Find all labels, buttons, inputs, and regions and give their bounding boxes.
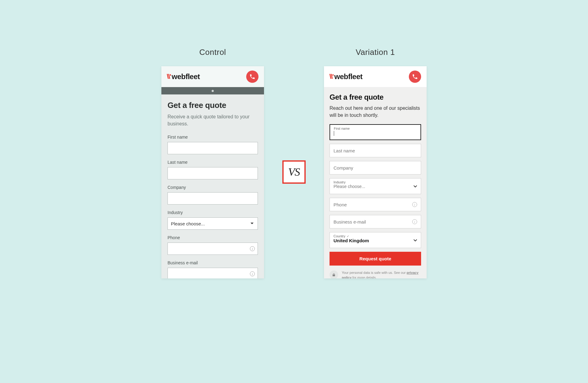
logo-mark-icon: \\': [329, 73, 333, 81]
page-title: Get a free quote: [330, 93, 421, 101]
first-name-label: First name: [334, 127, 350, 130]
info-icon[interactable]: i: [412, 202, 417, 207]
variation-label: Variation 1: [356, 48, 395, 57]
industry-field: Industry Please choose...: [168, 210, 258, 230]
chevron-down-icon: [413, 237, 417, 243]
country-value: United Kingdom: [334, 238, 369, 243]
first-name-label: First name: [168, 135, 258, 140]
info-icon[interactable]: i: [250, 271, 255, 276]
email-field: Business e-mail i: [168, 260, 258, 278]
control-label: Control: [199, 48, 226, 57]
page-title: Get a free quote: [168, 101, 258, 110]
control-screenshot: \\' webfleet Get a free quote Receive a …: [161, 66, 264, 278]
phone-input[interactable]: [168, 243, 258, 255]
privacy-notice: Your personal data is safe with us. See …: [330, 270, 421, 278]
country-label: Country✓: [334, 234, 349, 238]
chevron-down-icon: [413, 183, 417, 189]
first-name-field: First name: [168, 135, 258, 154]
phone-placeholder: Phone: [334, 202, 347, 207]
industry-select[interactable]: Industry Please choose...: [330, 178, 421, 194]
phone-field: Phone i: [168, 235, 258, 255]
page-subtitle: Reach out here and one of our specialist…: [330, 105, 421, 119]
last-name-input[interactable]: [168, 167, 258, 179]
industry-select[interactable]: Please choose...: [168, 217, 258, 230]
vs-separator: VS: [282, 66, 306, 278]
logo-text: webfleet: [334, 72, 362, 81]
control-column: Control \\' webfleet Get a free quote Re…: [161, 48, 264, 278]
email-input[interactable]: [168, 268, 258, 278]
lock-icon: [332, 273, 336, 277]
vs-badge: VS: [282, 160, 306, 184]
phone-icon: [412, 74, 418, 80]
brand-logo[interactable]: \\' webfleet: [330, 72, 363, 81]
ab-test-layout: Control \\' webfleet Get a free quote Re…: [161, 48, 427, 278]
info-icon[interactable]: i: [250, 246, 255, 251]
header-bar: \\' webfleet: [324, 66, 427, 87]
industry-label: Industry: [168, 210, 258, 215]
email-placeholder: Business e-mail: [334, 219, 366, 224]
phone-field[interactable]: Phone i: [330, 198, 421, 211]
email-field[interactable]: Business e-mail i: [330, 215, 421, 228]
checkmark-icon: ✓: [347, 235, 349, 238]
request-quote-button[interactable]: Request quote: [330, 252, 421, 266]
first-name-input[interactable]: [168, 142, 258, 154]
phone-call-button[interactable]: [246, 71, 258, 83]
privacy-text: Your personal data is safe with us. See …: [342, 270, 421, 278]
first-name-field[interactable]: First name: [330, 124, 421, 140]
company-field: Company: [168, 185, 258, 205]
variation-screenshot: \\' webfleet Get a free quote Reach out …: [324, 66, 427, 278]
page-subtitle: Receive a quick quote tailored to your b…: [168, 113, 258, 127]
company-input[interactable]: [168, 192, 258, 205]
logo-mark-icon: \\': [167, 73, 171, 81]
text-cursor-icon: [334, 131, 334, 136]
email-label: Business e-mail: [168, 260, 258, 265]
company-placeholder: Company: [334, 165, 353, 170]
last-name-label: Last name: [168, 160, 258, 165]
logo-text: webfleet: [172, 72, 200, 81]
lock-badge: [330, 270, 338, 278]
variation-column: Variation 1 \\' webfleet Get a free quot…: [324, 48, 427, 278]
phone-icon: [249, 74, 255, 80]
phone-label: Phone: [168, 235, 258, 240]
industry-value: Please choose...: [334, 184, 365, 189]
brand-logo[interactable]: \\' webfleet: [167, 72, 200, 81]
progress-bar: [161, 87, 264, 94]
phone-call-button[interactable]: [409, 71, 421, 83]
company-field[interactable]: Company: [330, 161, 421, 174]
last-name-placeholder: Last name: [334, 148, 355, 153]
header-bar: \\' webfleet: [161, 66, 264, 87]
last-name-field: Last name: [168, 160, 258, 179]
country-select[interactable]: Country✓ United Kingdom: [330, 232, 421, 248]
info-icon[interactable]: i: [412, 219, 417, 224]
industry-label: Industry: [334, 180, 345, 184]
form-content: Get a free quote Receive a quick quote t…: [161, 94, 264, 278]
company-label: Company: [168, 185, 258, 190]
last-name-field[interactable]: Last name: [330, 144, 421, 157]
form-content: Get a free quote Reach out here and one …: [324, 87, 427, 278]
